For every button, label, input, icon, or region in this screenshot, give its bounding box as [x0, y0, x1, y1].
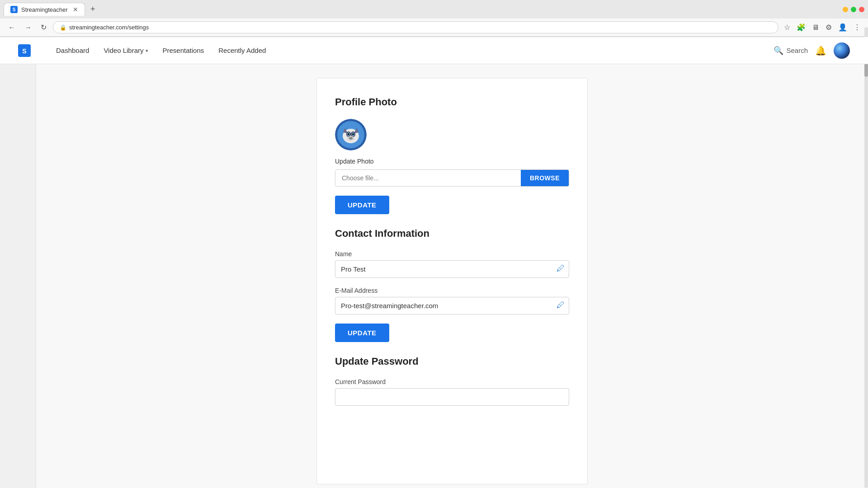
minimize-button[interactable]: [843, 7, 848, 12]
browser-chrome: S Streamingteacher ✕ + ← → ↻ 🔒 streaming…: [0, 0, 868, 37]
contact-info-title: Contact Information: [335, 228, 569, 239]
name-label: Name: [335, 250, 569, 258]
main-layout: Profile Photo: [0, 64, 868, 488]
name-field-group: Name 🖊: [335, 250, 569, 278]
tab-close-icon[interactable]: ✕: [73, 6, 78, 13]
name-input[interactable]: [335, 260, 569, 278]
profile-photo-title: Profile Photo: [335, 96, 569, 108]
lock-icon: 🔒: [60, 24, 66, 31]
search-label: Search: [786, 47, 808, 54]
browser-tab[interactable]: S Streamingteacher ✕: [4, 3, 85, 16]
browser-toolbar: ← → ↻ 🔒 streamingteacher.com/settings ☆ …: [0, 19, 868, 37]
search-button[interactable]: 🔍 Search: [774, 46, 808, 56]
close-button[interactable]: [859, 7, 864, 12]
profile-icon[interactable]: 👤: [836, 21, 849, 33]
tab-favicon: S: [10, 6, 18, 13]
url-text: streamingteacher.com/settings: [69, 24, 149, 31]
app-logo: S: [18, 44, 31, 57]
browse-button[interactable]: BROWSE: [521, 170, 569, 186]
sidebar: [0, 64, 36, 488]
email-field-group: E-Mail Address 🖊: [335, 287, 569, 314]
nav-dashboard[interactable]: Dashboard: [49, 37, 96, 64]
extension-icon-2[interactable]: 🖥: [810, 22, 821, 33]
update-photo-button[interactable]: UPDATE: [335, 196, 389, 214]
svg-text:S: S: [22, 47, 26, 55]
update-contact-button[interactable]: UPDATE: [335, 324, 389, 342]
app-header: S Dashboard Video Library ▾ Presentation…: [0, 37, 868, 64]
forward-button[interactable]: →: [22, 22, 34, 33]
nav-presentations[interactable]: Presentations: [156, 37, 212, 64]
logo-icon: S: [18, 44, 31, 57]
window-controls: [843, 7, 864, 12]
browser-titlebar: S Streamingteacher ✕ +: [0, 0, 868, 19]
email-input[interactable]: [335, 297, 569, 314]
header-right: 🔍 Search 🔔: [774, 42, 850, 59]
extension-icon-3[interactable]: ⚙: [824, 21, 834, 33]
extension-icon-1[interactable]: 🧩: [795, 21, 807, 33]
nav-recently-added[interactable]: Recently Added: [211, 37, 273, 64]
reload-button[interactable]: ↻: [38, 21, 49, 33]
notification-icon[interactable]: 🔔: [815, 45, 826, 56]
maximize-button[interactable]: [851, 7, 856, 12]
avatar-svg: [335, 119, 367, 150]
content-area: Profile Photo: [36, 64, 868, 488]
search-icon: 🔍: [774, 46, 783, 56]
profile-avatar: [335, 119, 367, 150]
svg-point-14: [349, 137, 353, 140]
address-bar[interactable]: 🔒 streamingteacher.com/settings: [53, 21, 778, 33]
chevron-down-icon: ▾: [146, 37, 148, 64]
new-tab-button[interactable]: +: [87, 3, 99, 16]
file-input[interactable]: [335, 170, 521, 186]
current-password-group: Current Password: [335, 378, 569, 406]
avatar-image: [834, 42, 850, 59]
tab-title: Streamingteacher: [21, 6, 68, 13]
update-photo-label: Update Photo: [335, 158, 569, 165]
current-password-input[interactable]: [335, 388, 569, 406]
current-password-label: Current Password: [335, 378, 569, 385]
user-avatar[interactable]: [834, 42, 850, 59]
bookmark-icon[interactable]: ☆: [782, 21, 792, 33]
file-input-row: BROWSE: [335, 169, 569, 187]
update-password-title: Update Password: [335, 356, 569, 367]
app-nav: Dashboard Video Library ▾ Presentations …: [49, 37, 774, 64]
email-label: E-Mail Address: [335, 287, 569, 294]
svg-point-12: [352, 133, 354, 136]
scrollbar[interactable]: [864, 27, 868, 488]
nav-video-library[interactable]: Video Library ▾: [96, 37, 155, 64]
email-edit-icon: 🖊: [557, 300, 565, 310]
toolbar-icons: ☆ 🧩 🖥 ⚙ 👤 ⋮: [782, 21, 863, 33]
name-edit-icon: 🖊: [557, 264, 565, 273]
menu-icon[interactable]: ⋮: [852, 21, 863, 33]
back-button[interactable]: ←: [5, 22, 18, 33]
svg-point-11: [348, 133, 349, 136]
settings-panel: Profile Photo: [316, 78, 588, 484]
